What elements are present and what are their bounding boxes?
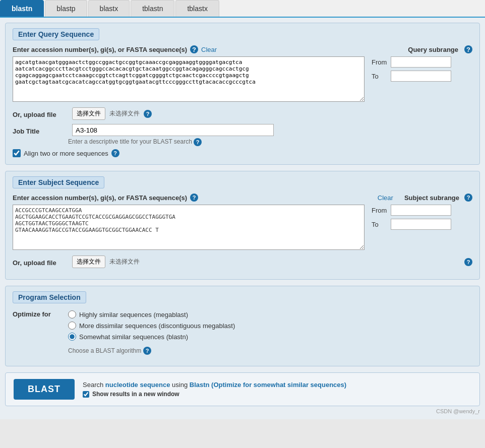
- query-no-file-text: 未选择文件: [109, 109, 140, 118]
- subject-clear-link[interactable]: Clear: [378, 194, 393, 202]
- radio-megablast-input[interactable]: [68, 310, 76, 318]
- subject-label-row: Enter accession number(s), gi(s), or FAS…: [13, 194, 472, 202]
- subject-to-row: To: [372, 219, 472, 230]
- program-section: Program Selection Optimize for Highly si…: [5, 286, 480, 366]
- query-upload-label: Or, upload file: [13, 109, 68, 118]
- subject-to-label: To: [372, 221, 387, 228]
- tab-blastp[interactable]: blastp: [45, 0, 87, 17]
- query-clear-link[interactable]: Clear: [201, 46, 217, 53]
- job-title-row: Job Title A3-108: [13, 124, 472, 136]
- tab-blastx[interactable]: blastx: [88, 0, 130, 17]
- query-to-input[interactable]: [391, 71, 451, 82]
- radio-megablast-label: Highly similar sequences (megablast): [79, 311, 188, 318]
- desc-highlight2: Blastn (Optimize for somewhat similar se…: [190, 381, 346, 389]
- align-help-icon[interactable]: ?: [111, 149, 119, 157]
- job-title-input[interactable]: A3-108: [72, 124, 274, 136]
- tab-blastn[interactable]: blastn: [0, 0, 44, 17]
- choose-algo-help-icon[interactable]: ?: [143, 347, 151, 355]
- subject-from-row: From: [372, 205, 472, 216]
- subject-to-input[interactable]: [391, 219, 451, 230]
- subrange-help-icon[interactable]: ?: [464, 45, 472, 53]
- radio-discontiguous-label: More dissimilar sequences (discontiguous…: [79, 322, 235, 330]
- subject-section: Enter Subject Sequence Enter accession n…: [5, 171, 480, 280]
- subject-section-header: Enter Subject Sequence: [13, 176, 104, 188]
- optimize-row: Optimize for Highly similar sequences (m…: [13, 308, 472, 355]
- subject-seq-and-subrange: ACCGCCCGTCAAGCCATGGA AGCTGGAAGCACCTGAAGT…: [13, 205, 472, 251]
- job-title-help-icon[interactable]: ?: [194, 138, 202, 146]
- query-seq-area: agcatgtaacgatgggaactctggccggactgccggtgca…: [13, 56, 365, 103]
- radio-discontiguous-input[interactable]: [68, 322, 76, 330]
- subject-help-icon[interactable]: ?: [190, 194, 198, 202]
- blast-button[interactable]: BLAST: [14, 379, 75, 400]
- desc-middle: using: [172, 381, 190, 389]
- query-to-row: To: [372, 71, 472, 82]
- job-title-label: Job Title: [13, 125, 68, 135]
- subject-label: Enter accession number(s), gi(s), or FAS…: [13, 194, 187, 202]
- subject-upload-row: Or, upload file 选择文件 未选择文件 ?: [13, 255, 472, 268]
- query-label: Enter accession number(s), gi(s), or FAS…: [13, 46, 187, 53]
- radio-group: Highly similar sequences (megablast) Mor…: [68, 310, 235, 355]
- show-results-label: Show results in a new window: [92, 391, 179, 398]
- subject-no-file-text: 未选择文件: [109, 258, 140, 266]
- choose-algo-text: Choose a BLAST algorithm: [68, 347, 141, 354]
- query-from-input[interactable]: [391, 56, 451, 68]
- bottom-desc-text: Search nucleotide sequence using Blastn …: [83, 381, 346, 389]
- main-content: Enter Query Sequence Enter accession num…: [0, 18, 485, 419]
- radio-blastn-label: Somewhat similar sequences (blastn): [79, 333, 188, 341]
- align-checkbox[interactable]: [13, 149, 21, 157]
- align-label: Align two or more sequences: [24, 150, 108, 157]
- subrange-title-label: Query subrange: [408, 46, 458, 53]
- subject-subrange-help-icon[interactable]: ?: [464, 194, 472, 202]
- program-section-header: Program Selection: [13, 291, 86, 303]
- radio-blastn-input[interactable]: [68, 333, 76, 341]
- bottom-bar: BLAST Search nucleotide sequence using B…: [5, 372, 480, 406]
- choose-algo-row: Choose a BLAST algorithm ?: [68, 347, 235, 355]
- tab-bar: blastn blastp blastx tblastn tblastx: [0, 0, 485, 18]
- align-row: Align two or more sequences ?: [13, 149, 472, 157]
- subject-upload-button[interactable]: 选择文件: [72, 255, 105, 268]
- subject-subrange: From To: [372, 205, 472, 233]
- show-results-checkbox[interactable]: [83, 391, 89, 398]
- query-help-icon[interactable]: ?: [190, 45, 198, 53]
- radio-discontiguous: More dissimilar sequences (discontiguous…: [68, 322, 235, 330]
- query-from-label: From: [372, 58, 387, 66]
- subject-from-label: From: [372, 207, 387, 214]
- query-upload-button[interactable]: 选择文件: [72, 107, 105, 120]
- radio-blastn: Somewhat similar sequences (blastn): [68, 333, 235, 341]
- bottom-desc: Search nucleotide sequence using Blastn …: [83, 381, 346, 398]
- query-upload-row: Or, upload file 选择文件 未选择文件 ?: [13, 107, 472, 120]
- query-section-header: Enter Query Sequence: [13, 28, 99, 40]
- watermark: CSDN @wendy_r: [5, 408, 480, 414]
- optimize-label: Optimize for: [13, 308, 68, 318]
- subject-seq-area: ACCGCCCGTCAAGCCATGGA AGCTGGAAGCACCTGAAGT…: [13, 205, 365, 251]
- subject-from-input[interactable]: [391, 205, 451, 216]
- query-section: Enter Query Sequence Enter accession num…: [5, 23, 480, 165]
- query-subrange: From To: [372, 56, 472, 85]
- subject-upload-help-icon[interactable]: ?: [464, 258, 472, 266]
- query-upload-help-icon[interactable]: ?: [144, 110, 152, 118]
- show-results-row: Show results in a new window: [83, 391, 346, 398]
- query-to-label: To: [372, 73, 387, 80]
- desc-highlight1: nucleotide sequence: [105, 381, 170, 389]
- query-label-row: Enter accession number(s), gi(s), or FAS…: [13, 45, 472, 53]
- radio-megablast: Highly similar sequences (megablast): [68, 310, 235, 318]
- job-title-hint: Enter a descriptive title for your BLAST…: [68, 138, 472, 146]
- subject-subrange-title: Subject subrange: [404, 194, 459, 202]
- query-sequence-input[interactable]: agcatgtaacgatgggaactctggccggactgccggtgca…: [13, 56, 365, 102]
- query-from-row: From: [372, 56, 472, 68]
- subject-upload-label: Or, upload file: [13, 257, 68, 267]
- tab-tblastn[interactable]: tblastn: [131, 0, 174, 17]
- subject-sequence-input[interactable]: ACCGCCCGTCAAGCCATGGA AGCTGGAAGCACCTGAAGT…: [13, 205, 365, 250]
- tab-tblastx[interactable]: tblastx: [175, 0, 219, 17]
- desc-prefix: Search: [83, 381, 103, 389]
- seq-and-subrange: agcatgtaacgatgggaactctggccggactgccggtgca…: [13, 56, 472, 103]
